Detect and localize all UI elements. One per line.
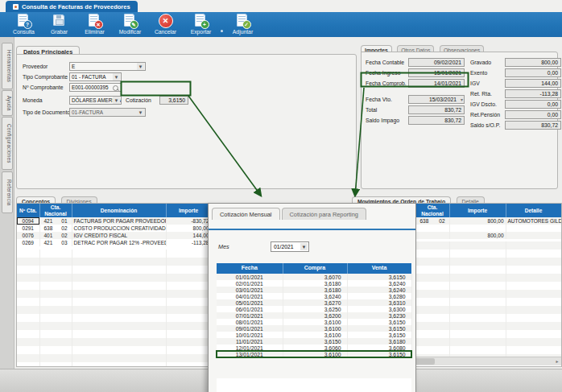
fecha-cell: 04/01/2021	[217, 293, 283, 299]
modificar-button[interactable]: ✎ Modificar	[113, 14, 147, 35]
venta-cell: 3,6300	[347, 306, 411, 312]
nro-comprobante-input[interactable]: E001-00000395	[69, 83, 122, 92]
col-header-cta-nacional: Cta. Nacional	[39, 204, 72, 217]
venta-cell: 3,6150	[347, 351, 411, 357]
nro-cta-cell: 0094	[17, 217, 39, 225]
cotizacion-value: 3,6150	[159, 96, 188, 105]
col-header-venta: Venta	[347, 263, 411, 274]
cotizacion-row[interactable]: 11/01/2021 3,6150 3,6180	[217, 338, 411, 345]
date-field: Fecha Contable09/02/2021	[366, 58, 465, 67]
fecha-cell: 09/01/2021	[217, 325, 283, 332]
chevron-down-icon: ▼	[137, 63, 144, 70]
sidebar-item-herramientas[interactable]: Herramientas	[2, 43, 13, 89]
document-edit-icon: ✎	[122, 14, 139, 28]
application-window: Consulta de Facturas de Proveedores ? Co…	[0, 0, 562, 392]
cotizacion-row[interactable]: 07/01/2021 3,6200 3,6230	[217, 312, 411, 319]
compra-cell: 3,6180	[283, 287, 347, 293]
amount-field: Gravado800,00	[470, 58, 561, 67]
amount-field: Saldo Impago830,72	[366, 116, 465, 125]
cotizacion-row[interactable]: 09/01/2021 3,6100 3,6150	[217, 325, 411, 332]
moneda-combo[interactable]: DÓLARES AMERICANOS▼	[69, 96, 122, 105]
sidebar-item-referencia[interactable]: Referencia	[2, 171, 13, 213]
compra-cell: 3,6240	[283, 293, 347, 299]
amount-field: Fecha Vto.15/03/2021	[366, 95, 465, 104]
window-tab[interactable]: Consulta de Facturas de Proveedores	[6, 1, 138, 12]
cotizacion-row[interactable]: 12/01/2021 3,6060 3,6080	[217, 345, 411, 351]
compra-cell: 3,6180	[283, 280, 347, 287]
amount-field: Ret.Pensión0,00	[470, 110, 561, 119]
cotizacion-row[interactable]: 10/01/2021 3,6100 3,6150	[217, 332, 411, 338]
cta-nacional-cell: 40102	[39, 232, 72, 239]
adjuntar-button[interactable]: ✓ Adjuntar	[225, 14, 260, 35]
consulta-button[interactable]: ? Consulta	[6, 14, 41, 35]
exportar-button[interactable]: + Exportar	[184, 14, 218, 35]
nro-cta-cell: 0076	[17, 232, 39, 239]
tab-cotizacion-reporting[interactable]: Cotización para Reporting	[282, 208, 366, 220]
cotizacion-row[interactable]: 05/01/2021 3,6270 3,6310	[217, 299, 411, 306]
venta-cell: 3,6080	[347, 345, 411, 351]
fecha-cell: 03/01/2021	[217, 287, 283, 293]
amount-field: Ret. Rta.-113,28	[470, 89, 561, 98]
compra-cell: 3,6150	[283, 338, 347, 345]
col-header-importe: Importe	[449, 204, 506, 217]
tipo-documento-combo: 01-FACTURA▼	[69, 108, 146, 117]
fecha-cell: 02/01/2021	[217, 280, 283, 287]
scroll-right-icon[interactable]: ▸	[553, 357, 561, 365]
amount-field: Total830,72	[366, 105, 465, 114]
chevron-down-icon: ▼	[113, 97, 120, 104]
cotizacion-row[interactable]: 06/01/2021 3,6250 3,6300	[217, 306, 411, 312]
mes-label: Mes	[218, 243, 271, 250]
concepto-row[interactable]: 0269 42103 DETRAC POR PAGAR 12% -PROVEED…	[17, 239, 211, 246]
importe-cell: 144,00	[166, 232, 211, 239]
cotizacion-row[interactable]: 01/01/2021 3,6070 3,6150	[217, 274, 411, 280]
venta-cell: 3,6230	[347, 312, 411, 319]
toolbar: ? Consulta Grabar ✕ Eliminar ✎ Modificar…	[0, 12, 562, 37]
venta-cell: 3,6180	[347, 338, 411, 345]
proveedor-combo[interactable]: E▼	[69, 62, 146, 71]
tab-cotizacion-mensual[interactable]: Cotización Mensual	[212, 208, 280, 220]
cotizacion-label: Cotización	[126, 97, 151, 103]
cotizacion-row[interactable]: 02/01/2021 3,6180 3,6240	[217, 280, 411, 287]
concepto-row[interactable]: 0094 42101 FACTURAS POR PAGAR PROVEEDORE…	[17, 217, 211, 225]
grabar-button[interactable]: Grabar	[42, 14, 76, 35]
compra-cell: 3,6100	[283, 351, 347, 357]
tipo-documento-label: Tipo de Documento	[23, 109, 70, 115]
cotizacion-popup: Cotización Mensual Cotización para Repor…	[208, 203, 416, 392]
cotizacion-row[interactable]: 08/01/2021 3,6100 3,6150	[217, 319, 411, 325]
fecha-cell: 13/01/2021	[217, 351, 283, 357]
venta-cell: 3,6280	[347, 293, 411, 299]
denominacion-cell: FACTURAS POR PAGAR PROVEEDORES	[72, 217, 166, 225]
cta-nacional-cell	[415, 232, 449, 239]
empty-rows	[17, 250, 211, 366]
cta-nacional-cell: 63802	[415, 217, 449, 225]
chevron-down-icon: ▼	[300, 243, 308, 250]
document-search-icon: ?	[15, 14, 33, 28]
concepto-row[interactable]: 0291 63802 COSTO PRODUCCION CREATIVIDAD …	[17, 225, 211, 232]
tab-underline	[209, 229, 415, 230]
importes-panel: Importes Otros Datos Observaciones Comen…	[361, 40, 558, 189]
compra-cell: 3,6100	[283, 332, 347, 338]
chevron-down-icon: ▼	[113, 73, 120, 80]
cotizacion-row[interactable]: 03/01/2021 3,6180 3,6240	[217, 287, 411, 293]
detalle-cell: AUTOMOTORES GILDEMEI	[506, 217, 561, 225]
fecha-cell: 10/01/2021	[217, 332, 283, 338]
compra-cell: 3,6200	[283, 312, 347, 319]
cotizacion-row[interactable]: 13/01/2021 3,6100 3,6150	[217, 351, 411, 357]
search-icon	[113, 85, 118, 91]
nro-cta-cell: 0291	[17, 225, 39, 232]
col-header-detalle: Detalle	[506, 204, 561, 217]
popup-bottom-row	[217, 378, 411, 392]
sidebar-item-configuraciones[interactable]: Configuraciones	[2, 117, 13, 170]
cancelar-button[interactable]: ✕ Cancelar	[148, 14, 183, 35]
concepto-row[interactable]: 0076 40102 IGV CREDITO FISCAL 144,00	[17, 232, 211, 239]
venta-cell: 3,6150	[347, 319, 411, 325]
tipo-comprobante-combo[interactable]: 01 - FACTURA▼	[69, 72, 122, 81]
mes-combo[interactable]: 01/2021▼	[271, 241, 309, 252]
eliminar-button[interactable]: ✕ Eliminar	[77, 14, 112, 35]
detalle-cell	[506, 225, 561, 232]
cta-nacional-cell: 42101	[39, 217, 72, 225]
sidebar-item-ayuda[interactable]: Ayuda	[2, 90, 13, 116]
cotizacion-row[interactable]: 04/01/2021 3,6240 3,6280	[217, 293, 411, 299]
nro-cta-cell: 0269	[17, 239, 39, 246]
col-header-nro-cta: Nº Cta.	[17, 204, 39, 217]
